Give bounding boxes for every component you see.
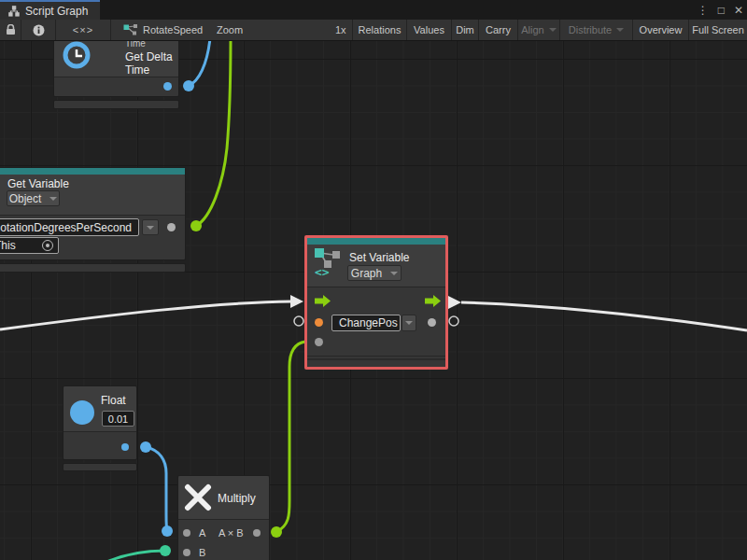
wire-float-to-a	[146, 447, 167, 530]
node-get-variable[interactable]: Get Variable Object RotationDegreesPerSe…	[0, 167, 186, 260]
code-ports-icon: <×>	[73, 24, 93, 35]
window-menu-icon[interactable]: ⋮	[698, 4, 709, 17]
scope-label: Graph	[351, 267, 382, 280]
wire-delta-time	[189, 41, 210, 86]
node-float[interactable]: Float 0.01	[63, 385, 137, 460]
distribute-dropdown-icon	[616, 28, 624, 32]
port-new-value-in[interactable]	[315, 338, 323, 346]
flow-port-out[interactable]	[425, 295, 441, 307]
port-b-in[interactable]	[183, 549, 190, 556]
window-close-icon[interactable]: ✕	[734, 4, 743, 17]
zoom-level-value: 1x	[335, 24, 346, 35]
variable-name-dropdown[interactable]	[142, 219, 159, 235]
tab-title: Script Graph	[25, 5, 88, 18]
dim-label: Dim	[456, 24, 474, 35]
port-product-out[interactable]	[253, 529, 261, 537]
separator	[307, 356, 445, 357]
set-variable-icon: <>	[313, 246, 345, 278]
node-title: Get Variable	[7, 177, 69, 190]
port-output-label: A × B	[218, 527, 244, 539]
script-graph-window: Script Graph ⋮ □ ✕ <×>	[0, 0, 747, 560]
variable-name-field[interactable]: RotationDegreesPerSecond	[0, 218, 139, 236]
proxy-port-left	[294, 316, 303, 326]
wire-to-b	[105, 551, 165, 560]
fullscreen-button[interactable]: Full Screen	[689, 20, 747, 40]
wire-dot-get-variable	[190, 220, 202, 231]
zoom-label: Zoom	[217, 24, 243, 35]
node-title: Multiply	[218, 492, 256, 505]
relations-label: Relations	[359, 24, 402, 35]
float-value-field[interactable]: 0.01	[102, 411, 134, 427]
graph-hierarchy-icon	[8, 6, 20, 17]
info-icon	[33, 24, 45, 36]
port-variable-name[interactable]	[315, 318, 323, 327]
node-title: Set Variable	[349, 251, 409, 264]
align-dropdown-icon	[549, 28, 557, 32]
wire-arrowhead-in	[290, 295, 303, 308]
graph-canvas[interactable]: Time Get Delta Time Get Variable Object …	[0, 41, 747, 560]
node-set-variable[interactable]: <> Set Variable Graph ChangePos	[304, 235, 448, 370]
node-teal-bar	[0, 168, 185, 175]
wire-dot-delta-time	[183, 80, 194, 91]
dim-button[interactable]: Dim	[452, 20, 479, 40]
align-button[interactable]: Align	[518, 20, 560, 40]
lock-button[interactable]	[0, 20, 21, 40]
node-float-footer	[63, 463, 137, 471]
name-dropdown-icon	[405, 321, 413, 325]
distribute-button[interactable]: Distribute	[560, 20, 633, 40]
svg-text:<>: <>	[315, 265, 330, 278]
separator	[307, 287, 445, 287]
variable-scope-dropdown[interactable]: Object	[7, 190, 60, 206]
carry-button[interactable]: Carry	[479, 20, 518, 40]
node-get-delta-time[interactable]: Time Get Delta Time	[53, 41, 179, 97]
object-picker-icon[interactable]	[42, 240, 53, 251]
overview-label: Overview	[640, 24, 683, 35]
values-label: Values	[414, 24, 444, 35]
node-multiply[interactable]: Multiply A A × B B	[177, 475, 270, 560]
toolbar: <×> RotateSpeed Zoom 1x Relations Values…	[0, 20, 747, 41]
scope-dropdown-icon	[49, 197, 57, 201]
variable-scope-dropdown[interactable]: Graph	[347, 265, 402, 281]
distribute-label: Distribute	[569, 24, 612, 35]
variable-name-dropdown[interactable]	[402, 315, 416, 331]
flow-port-in[interactable]	[315, 295, 331, 307]
wire-dot-multiply-a	[162, 525, 173, 537]
clock-icon	[63, 41, 91, 69]
ports-toggle-button[interactable]: <×>	[56, 20, 111, 40]
variable-target-field[interactable]: This	[0, 237, 59, 254]
scope-dropdown-icon	[390, 272, 398, 275]
float-value: 0.01	[108, 413, 128, 425]
carry-label: Carry	[486, 24, 511, 35]
window-maximize-icon[interactable]: □	[718, 4, 725, 17]
port-float-out[interactable]	[121, 443, 129, 451]
wire-dot-multiply-output	[271, 526, 282, 538]
node-title: Get Delta Time	[125, 50, 178, 77]
wire-get-variable	[196, 41, 231, 226]
align-label: Align	[521, 24, 543, 35]
port-delta-time-out[interactable]	[163, 82, 172, 91]
variable-name-field[interactable]: ChangePos	[331, 315, 401, 331]
port-set-variable-out[interactable]	[428, 318, 436, 327]
port-get-variable-out[interactable]	[167, 223, 176, 231]
port-a-in[interactable]	[183, 529, 190, 537]
wire-arrowhead-out	[448, 296, 461, 309]
graph-asset-icon	[123, 23, 138, 36]
port-a-label: A	[199, 527, 205, 539]
node-teal-bar	[307, 238, 445, 245]
wire-control-in	[0, 301, 291, 329]
info-button[interactable]	[21, 20, 56, 40]
fullscreen-label: Full Screen	[692, 24, 744, 35]
overview-button[interactable]: Overview	[633, 20, 689, 40]
relations-button[interactable]: Relations	[353, 20, 407, 40]
node-title: Float	[101, 394, 126, 407]
values-button[interactable]: Values	[407, 20, 452, 40]
tab-script-graph[interactable]: Script Graph	[0, 0, 100, 20]
separator	[0, 215, 185, 216]
node-set-variable-footer	[307, 358, 445, 367]
multiply-icon	[184, 483, 212, 511]
port-b-label: B	[199, 547, 205, 558]
graph-name-label: RotateSpeed	[143, 24, 203, 35]
separator	[54, 77, 178, 77]
name-dropdown-icon	[147, 226, 154, 230]
wire-dot-float-out	[140, 441, 151, 453]
